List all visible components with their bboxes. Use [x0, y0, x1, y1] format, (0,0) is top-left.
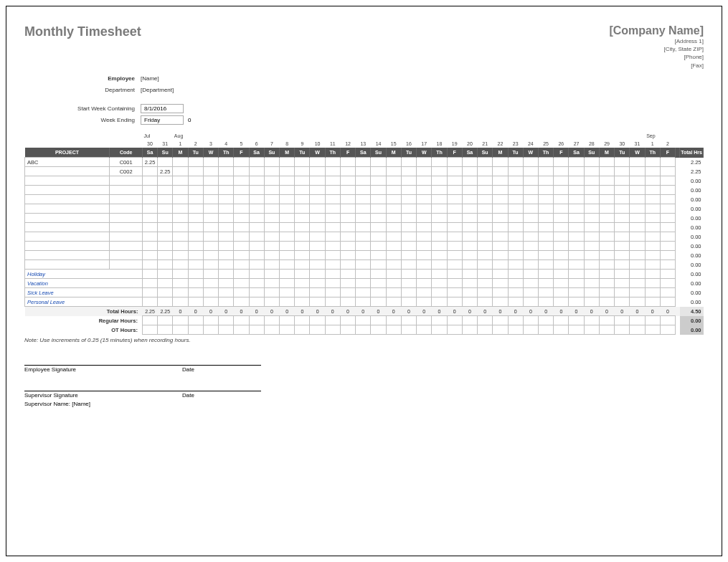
- hours-cell[interactable]: [295, 214, 310, 223]
- hours-cell[interactable]: [417, 195, 432, 204]
- hours-cell[interactable]: [264, 204, 279, 214]
- hours-cell[interactable]: [219, 214, 234, 223]
- hours-cell[interactable]: [599, 223, 614, 232]
- hours-cell[interactable]: [264, 270, 279, 279]
- hours-cell[interactable]: [340, 232, 355, 242]
- hours-cell[interactable]: [325, 176, 340, 186]
- hours-cell[interactable]: [630, 260, 645, 270]
- hours-cell[interactable]: [340, 195, 355, 204]
- hours-cell[interactable]: [538, 260, 553, 270]
- employee-value[interactable]: [Name]: [141, 75, 159, 82]
- ot-val[interactable]: [447, 325, 462, 335]
- hours-cell[interactable]: [386, 195, 401, 204]
- hours-cell[interactable]: [478, 270, 493, 279]
- hours-cell[interactable]: [173, 288, 188, 297]
- hours-cell[interactable]: [523, 214, 538, 223]
- hours-cell[interactable]: [356, 195, 371, 204]
- hours-cell[interactable]: [386, 251, 401, 260]
- hours-cell[interactable]: [142, 251, 157, 260]
- hours-cell[interactable]: [158, 242, 173, 251]
- hours-cell[interactable]: [615, 223, 630, 232]
- hours-cell[interactable]: [630, 297, 645, 307]
- hours-cell[interactable]: [249, 288, 264, 297]
- hours-cell[interactable]: [493, 195, 508, 204]
- hours-cell[interactable]: [249, 158, 264, 167]
- hours-cell[interactable]: [508, 232, 523, 242]
- hours-cell[interactable]: [249, 242, 264, 251]
- hours-cell[interactable]: [371, 167, 386, 176]
- hours-cell[interactable]: [249, 204, 264, 214]
- hours-cell[interactable]: [615, 204, 630, 214]
- hours-cell[interactable]: [280, 167, 295, 176]
- hours-cell[interactable]: [417, 297, 432, 307]
- hours-cell[interactable]: [645, 260, 660, 270]
- hours-cell[interactable]: [219, 195, 234, 204]
- hours-cell[interactable]: [645, 167, 660, 176]
- regular-val[interactable]: [386, 316, 401, 325]
- hours-cell[interactable]: [508, 223, 523, 232]
- hours-cell[interactable]: [386, 167, 401, 176]
- start-week-input[interactable]: 8/1/2016: [141, 104, 184, 113]
- hours-cell[interactable]: [508, 260, 523, 270]
- hours-cell[interactable]: [203, 288, 218, 297]
- hours-cell[interactable]: [538, 288, 553, 297]
- hours-cell[interactable]: [660, 158, 675, 167]
- hours-cell[interactable]: [356, 204, 371, 214]
- hours-cell[interactable]: [660, 223, 675, 232]
- hours-cell[interactable]: [493, 176, 508, 186]
- hours-cell[interactable]: [203, 242, 218, 251]
- hours-cell[interactable]: [462, 270, 477, 279]
- regular-val[interactable]: [645, 316, 660, 325]
- hours-cell[interactable]: [554, 260, 569, 270]
- hours-cell[interactable]: [371, 288, 386, 297]
- hours-cell[interactable]: [295, 270, 310, 279]
- hours-cell[interactable]: 2.25: [158, 167, 173, 176]
- regular-val[interactable]: [310, 316, 325, 325]
- project-cell[interactable]: [25, 204, 110, 214]
- hours-cell[interactable]: [371, 186, 386, 195]
- hours-cell[interactable]: [645, 279, 660, 288]
- hours-cell[interactable]: [493, 167, 508, 176]
- hours-cell[interactable]: [234, 214, 249, 223]
- hours-cell[interactable]: [203, 176, 218, 186]
- hours-cell[interactable]: [234, 251, 249, 260]
- regular-val[interactable]: [371, 316, 386, 325]
- project-cell[interactable]: ABC: [25, 158, 110, 167]
- hours-cell[interactable]: [584, 223, 599, 232]
- hours-cell[interactable]: [432, 242, 447, 251]
- department-value[interactable]: [Department]: [141, 87, 174, 93]
- hours-cell[interactable]: [401, 176, 416, 186]
- regular-val[interactable]: [615, 316, 630, 325]
- hours-cell[interactable]: [264, 297, 279, 307]
- hours-cell[interactable]: [234, 186, 249, 195]
- hours-cell[interactable]: [401, 260, 416, 270]
- hours-cell[interactable]: [462, 186, 477, 195]
- hours-cell[interactable]: [386, 297, 401, 307]
- hours-cell[interactable]: [599, 176, 614, 186]
- hours-cell[interactable]: [660, 167, 675, 176]
- hours-cell[interactable]: [630, 204, 645, 214]
- hours-cell[interactable]: [158, 204, 173, 214]
- hours-cell[interactable]: [280, 158, 295, 167]
- hours-cell[interactable]: [432, 270, 447, 279]
- hours-cell[interactable]: [158, 214, 173, 223]
- hours-cell[interactable]: [340, 158, 355, 167]
- hours-cell[interactable]: [203, 158, 218, 167]
- code-cell[interactable]: [110, 242, 143, 251]
- hours-cell[interactable]: [295, 251, 310, 260]
- hours-cell[interactable]: [310, 288, 325, 297]
- hours-cell[interactable]: [554, 176, 569, 186]
- hours-cell[interactable]: [249, 195, 264, 204]
- ot-val[interactable]: [386, 325, 401, 335]
- hours-cell[interactable]: [417, 232, 432, 242]
- hours-cell[interactable]: [264, 158, 279, 167]
- hours-cell[interactable]: [630, 232, 645, 242]
- hours-cell[interactable]: [493, 279, 508, 288]
- hours-cell[interactable]: [523, 232, 538, 242]
- hours-cell[interactable]: [386, 214, 401, 223]
- code-cell[interactable]: C001: [110, 158, 143, 167]
- hours-cell[interactable]: [310, 204, 325, 214]
- hours-cell[interactable]: [280, 288, 295, 297]
- hours-cell[interactable]: [478, 186, 493, 195]
- regular-val[interactable]: [280, 316, 295, 325]
